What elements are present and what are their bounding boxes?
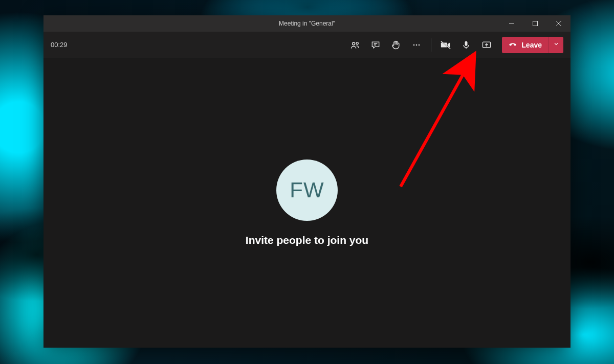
more-icon xyxy=(411,40,422,50)
invite-prompt: Invite people to join you xyxy=(246,234,368,246)
camera-off-icon xyxy=(440,39,451,51)
meeting-stage: FW Invite people to join you xyxy=(43,58,571,348)
toolbar-separator xyxy=(431,38,431,52)
svg-rect-6 xyxy=(465,41,468,46)
chat-button[interactable] xyxy=(365,35,386,55)
maximize-button[interactable] xyxy=(523,15,547,32)
minimize-button[interactable] xyxy=(500,15,523,32)
mic-toggle-button[interactable] xyxy=(456,35,476,55)
leave-button[interactable]: Leave xyxy=(502,37,548,53)
svg-point-1 xyxy=(353,42,355,45)
svg-rect-0 xyxy=(533,21,538,26)
titlebar: Meeting in "General" xyxy=(43,15,571,32)
participant-avatar: FW xyxy=(276,160,338,221)
call-timer: 00:29 xyxy=(51,41,68,49)
meeting-toolbar: 00:29 xyxy=(43,32,571,58)
more-actions-button[interactable] xyxy=(406,35,427,55)
camera-toggle-button[interactable] xyxy=(435,35,456,55)
close-button[interactable] xyxy=(547,15,571,32)
mic-icon xyxy=(461,40,471,50)
svg-point-4 xyxy=(416,44,418,46)
people-icon xyxy=(350,40,360,50)
leave-button-group: Leave xyxy=(502,37,563,53)
raise-hand-icon xyxy=(391,40,401,50)
leave-options-button[interactable] xyxy=(548,37,563,53)
chat-icon xyxy=(370,40,381,50)
svg-point-3 xyxy=(413,44,415,46)
avatar-initials: FW xyxy=(290,178,324,202)
share-screen-icon xyxy=(481,40,492,50)
share-screen-button[interactable] xyxy=(476,35,497,55)
leave-label: Leave xyxy=(521,41,542,49)
window-controls xyxy=(500,15,571,32)
meeting-window: Meeting in "General" 00:29 xyxy=(43,15,571,348)
participants-button[interactable] xyxy=(345,35,365,55)
hang-up-icon xyxy=(508,39,517,50)
svg-point-2 xyxy=(356,42,358,44)
raise-hand-button[interactable] xyxy=(386,35,406,55)
svg-point-5 xyxy=(419,44,420,46)
chevron-down-icon xyxy=(553,41,559,49)
window-title: Meeting in "General" xyxy=(43,20,571,27)
